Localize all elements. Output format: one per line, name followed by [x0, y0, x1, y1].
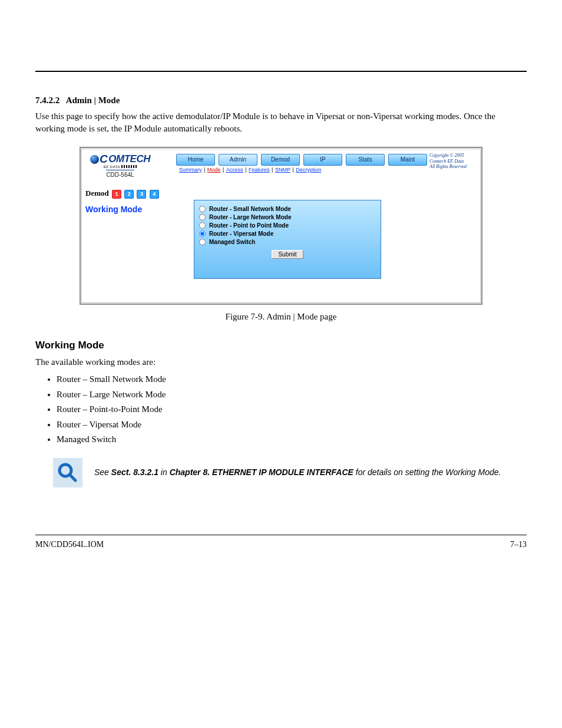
- footer-rule: [35, 535, 527, 535]
- radio-input[interactable]: [199, 230, 206, 237]
- subnav-decryption[interactable]: Decryption: [296, 167, 321, 173]
- nav-tab-stats[interactable]: Stats: [346, 154, 385, 166]
- left-column: COMTECH EF DATA CDD-564L Demod 1 2 3 4 W…: [85, 153, 174, 214]
- globe-icon: [90, 155, 99, 164]
- subnav-access[interactable]: Access: [226, 167, 243, 173]
- radio-point-to-point[interactable]: Router - Point to Point Mode: [199, 222, 376, 229]
- demod-tab-2[interactable]: 2: [124, 190, 134, 199]
- radio-input[interactable]: [199, 214, 206, 220]
- subnav-mode[interactable]: Mode: [207, 167, 221, 173]
- radio-vipersat[interactable]: Router - Vipersat Mode: [199, 230, 376, 237]
- section-number: 7.4.2.2: [35, 95, 59, 105]
- demod-tab-1[interactable]: 1: [112, 190, 121, 199]
- list-item: Router – Vipersat Mode: [57, 417, 527, 433]
- footer: MN/CDD564L.IOM 7–13: [35, 540, 527, 549]
- demod-tab-4[interactable]: 4: [150, 190, 159, 199]
- logo-bars-icon: [121, 165, 137, 168]
- nav-tab-maint[interactable]: Maint: [388, 154, 427, 166]
- modes-intro: The available working modes are:: [35, 356, 527, 368]
- top-nav: Home Admin Demod IP Stats Maint: [176, 154, 427, 166]
- radio-input[interactable]: [199, 239, 206, 245]
- logo-text: COMTECH: [90, 153, 150, 166]
- subnav-summary[interactable]: Summary: [179, 167, 202, 173]
- copyright-text: Copyright © 2005 Comtech EF Data All Rig…: [429, 153, 477, 170]
- list-item: Router – Large Network Mode: [57, 387, 527, 403]
- working-mode-heading: Working Mode: [35, 340, 527, 351]
- working-mode-title: Working Mode: [85, 205, 174, 214]
- screenshot-frame: COMTECH EF DATA CDD-564L Demod 1 2 3 4 W…: [80, 147, 482, 305]
- subnav-snmp[interactable]: SNMP: [275, 167, 290, 173]
- section-title: Admin | Mode: [66, 95, 120, 105]
- footer-right: 7–13: [510, 540, 527, 549]
- subnav-features[interactable]: Features: [249, 167, 270, 173]
- screenshot-inner: COMTECH EF DATA CDD-564L Demod 1 2 3 4 W…: [81, 149, 481, 303]
- section-heading: 7.4.2.2 Admin | Mode: [35, 95, 527, 106]
- demod-selector: Demod 1 2 3 4: [85, 189, 174, 199]
- magnifier-icon: [53, 458, 82, 487]
- footer-left: MN/CDD564L.IOM: [35, 540, 104, 549]
- submit-button[interactable]: Submit: [272, 250, 303, 259]
- radio-input[interactable]: [199, 206, 206, 212]
- logo-model: CDD-564L: [106, 170, 134, 178]
- header-rule: [35, 71, 527, 72]
- radio-managed-switch[interactable]: Managed Switch: [199, 239, 376, 245]
- intro-paragraph: Use this page to specify how the active …: [35, 110, 527, 135]
- demod-tab-3[interactable]: 3: [137, 190, 146, 199]
- list-item: Managed Switch: [57, 432, 527, 447]
- modes-list: Router – Small Network Mode Router – Lar…: [47, 372, 527, 447]
- radio-large-network[interactable]: Router - Large Network Mode: [199, 214, 376, 220]
- nav-tab-admin[interactable]: Admin: [219, 154, 257, 166]
- subnav: Summary | Mode | Access | Features | SNM…: [178, 167, 322, 173]
- svg-line-1: [70, 475, 75, 480]
- list-item: Router – Point-to-Point Mode: [57, 402, 527, 417]
- list-item: Router – Small Network Mode: [57, 372, 527, 387]
- note-text: See Sect. 8.3.2.1 in Chapter 8. ETHERNET…: [94, 467, 501, 479]
- radio-small-network[interactable]: Router - Small Network Mode: [199, 206, 376, 212]
- nav-tab-demod[interactable]: Demod: [261, 154, 300, 166]
- working-mode-panel: Router - Small Network Mode Router - Lar…: [194, 200, 381, 279]
- nav-tab-ip[interactable]: IP: [303, 154, 342, 166]
- logo: COMTECH EF DATA CDD-564L: [85, 153, 155, 179]
- note-row: See Sect. 8.3.2.1 in Chapter 8. ETHERNET…: [53, 458, 527, 487]
- nav-tab-home[interactable]: Home: [176, 154, 215, 166]
- radio-input[interactable]: [199, 222, 206, 229]
- figure-caption: Figure 7-9. Admin | Mode page: [35, 312, 527, 322]
